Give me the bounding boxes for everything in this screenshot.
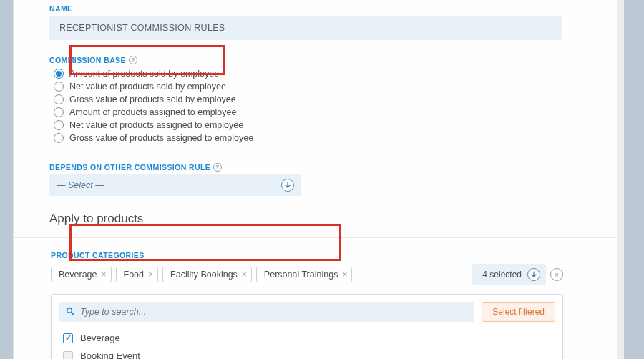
close-icon[interactable]: × [148, 270, 153, 280]
depends-label: DEPENDS ON OTHER COMMISSION RULE ? [49, 163, 587, 172]
commission-option-3[interactable]: Amount of products assigned to employee [54, 106, 587, 119]
radio-icon [54, 94, 64, 104]
chip-label: Food [124, 270, 145, 280]
categories-dropdown: Select filtered ✓ Beverage Booking Event… [51, 294, 563, 359]
commission-base-label: COMMISSION BASE ? [49, 56, 587, 64]
radio-label: Gross value of products sold by employee [69, 94, 236, 104]
commission-option-0[interactable]: Amount of products sold by employee [54, 67, 587, 80]
radio-icon [54, 107, 64, 117]
settings-panel: NAME COMMISSION BASE ? Amount of product… [13, 0, 624, 359]
option-label: Beverage [80, 333, 120, 343]
radio-label: Net value of products assigned to employ… [69, 120, 243, 130]
select-filtered-button[interactable]: Select filtered [482, 302, 555, 322]
commission-option-2[interactable]: Gross value of products sold by employee [54, 93, 587, 106]
chip-food[interactable]: Food × [116, 267, 159, 282]
search-icon [66, 307, 74, 318]
name-input[interactable] [49, 16, 562, 40]
chevron-down-icon [281, 179, 294, 192]
radio-icon [54, 82, 64, 92]
chip-personal-trainings[interactable]: Personal Trainings × [256, 267, 353, 282]
checkbox-icon [63, 351, 73, 360]
help-icon[interactable]: ? [129, 56, 137, 64]
search-input-wrap[interactable] [59, 302, 474, 322]
depends-label-text: DEPENDS ON OTHER COMMISSION RULE [49, 163, 210, 172]
depends-placeholder: — Select — [57, 180, 104, 190]
chip-facility-bookings[interactable]: Facility Bookings × [162, 267, 252, 282]
depends-select[interactable]: — Select — [49, 174, 301, 196]
clear-icon[interactable]: × [550, 268, 563, 281]
option-label: Booking Event [80, 350, 140, 359]
chip-label: Beverage [59, 270, 97, 280]
scrollbar[interactable] [617, 0, 624, 359]
option-beverage[interactable]: ✓ Beverage [52, 329, 562, 347]
search-input[interactable] [80, 307, 467, 317]
radio-label: Gross value of products assigned to empl… [69, 133, 253, 143]
selected-count: 4 selected [482, 270, 522, 280]
categories-label: PRODUCT CATEGORIES [51, 251, 587, 260]
section-title: Apply to products [14, 203, 623, 238]
close-icon[interactable]: × [342, 270, 347, 280]
commission-base-label-text: COMMISSION BASE [49, 56, 126, 64]
chip-label: Facility Bookings [170, 270, 238, 280]
commission-option-1[interactable]: Net value of products sold by employee [54, 80, 587, 93]
checkbox-icon: ✓ [63, 333, 73, 343]
radio-icon [54, 133, 64, 143]
chevron-down-icon [527, 268, 540, 281]
radio-label: Amount of products assigned to employee [69, 107, 236, 117]
commission-option-5[interactable]: Gross value of products assigned to empl… [54, 132, 587, 144]
option-booking-event[interactable]: Booking Event [52, 347, 562, 359]
radio-label: Amount of products sold by employee [69, 69, 219, 79]
selected-chips: Beverage × Food × Facility Bookings × [51, 264, 352, 285]
help-icon[interactable]: ? [213, 163, 222, 172]
radio-icon [54, 69, 64, 79]
close-icon[interactable]: × [102, 270, 107, 280]
categories-summary[interactable]: 4 selected [472, 264, 546, 285]
radio-icon [54, 120, 64, 130]
close-icon[interactable]: × [242, 270, 247, 280]
name-label: NAME [49, 4, 587, 13]
svg-line-1 [72, 313, 74, 315]
commission-option-4[interactable]: Net value of products assigned to employ… [54, 119, 587, 132]
chip-label: Personal Trainings [264, 270, 338, 280]
chip-beverage[interactable]: Beverage × [51, 267, 112, 282]
radio-label: Net value of products sold by employee [69, 82, 226, 92]
